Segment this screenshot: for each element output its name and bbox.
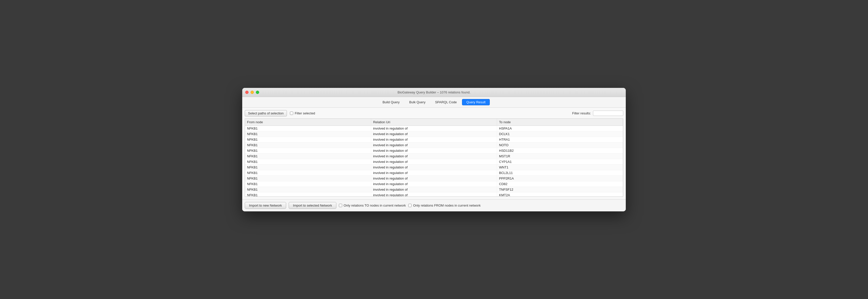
- close-button[interactable]: [245, 91, 249, 94]
- filter-results-area: Filter results:: [572, 111, 623, 116]
- traffic-lights: [245, 91, 259, 94]
- table-row[interactable]: NFKB1involved in regulation ofHTRA1: [245, 137, 623, 142]
- only-from-nodes-label: Only relations FROM nodes in current net…: [413, 204, 480, 207]
- tab-toolbar: Build Query Bulk Query SPARQL Code Query…: [242, 97, 626, 108]
- cell-relation: involved in regulation of: [371, 187, 497, 192]
- cell-from: NFKB1: [245, 165, 371, 170]
- table-body: NFKB1involved in regulation ofHSPA1ANFKB…: [245, 125, 623, 197]
- col-header-to: To node: [497, 119, 623, 126]
- cell-from: NFKB1: [245, 142, 371, 148]
- cell-to: BCL2L11: [497, 170, 623, 176]
- window-title: BioGateway Query Builder – 1076 relation…: [397, 90, 470, 94]
- select-paths-button[interactable]: Select paths of selection: [245, 110, 287, 116]
- filter-selected-label: Filter selected: [295, 111, 315, 115]
- filter-results-input[interactable]: [593, 111, 623, 116]
- import-new-network-button[interactable]: Import to new Network: [245, 202, 286, 209]
- minimize-button[interactable]: [251, 91, 254, 94]
- cell-to: PPP2R1A: [497, 176, 623, 181]
- cell-relation: involved in regulation of: [371, 159, 497, 165]
- cell-relation: involved in regulation of: [371, 131, 497, 137]
- cell-to: CD82: [497, 181, 623, 187]
- cell-from: NFKB1: [245, 192, 371, 197]
- cell-to: HTRA1: [497, 137, 623, 142]
- table-row[interactable]: NFKB1involved in regulation ofMST1R: [245, 153, 623, 159]
- only-to-nodes-checkbox[interactable]: [339, 204, 342, 207]
- cell-from: NFKB1: [245, 159, 371, 165]
- cell-from: NFKB1: [245, 187, 371, 192]
- filter-selected-area: Filter selected: [290, 111, 315, 115]
- table-row[interactable]: NFKB1involved in regulation ofPPP2R1A: [245, 176, 623, 181]
- only-from-nodes-option: Only relations FROM nodes in current net…: [408, 204, 480, 207]
- table-row[interactable]: NFKB1involved in regulation ofKMT2A: [245, 192, 623, 197]
- bottom-toolbar: Import to new Network Import to selected…: [242, 199, 626, 211]
- cell-relation: involved in regulation of: [371, 181, 497, 187]
- only-from-nodes-checkbox[interactable]: [408, 204, 411, 207]
- table-row[interactable]: NFKB1involved in regulation ofNOTO: [245, 142, 623, 148]
- tab-sparql-code[interactable]: SPARQL Code: [431, 99, 461, 105]
- cell-to: WNT1: [497, 165, 623, 170]
- results-table: From node Relation Uri To node NFKB1invo…: [245, 119, 623, 197]
- table-row[interactable]: NFKB1involved in regulation ofHSD11B2: [245, 148, 623, 153]
- cell-to: CYP1A1: [497, 159, 623, 165]
- table-row[interactable]: NFKB1involved in regulation ofTNFSF12: [245, 187, 623, 192]
- cell-from: NFKB1: [245, 181, 371, 187]
- cell-to: NOTO: [497, 142, 623, 148]
- table-row[interactable]: NFKB1involved in regulation ofBCL2L11: [245, 170, 623, 176]
- import-selected-network-button[interactable]: Import to selected Network: [289, 202, 336, 209]
- cell-to: DCLK1: [497, 131, 623, 137]
- cell-relation: involved in regulation of: [371, 153, 497, 159]
- cell-from: NFKB1: [245, 137, 371, 142]
- col-header-from: From node: [245, 119, 371, 126]
- col-header-relation: Relation Uri: [371, 119, 497, 126]
- main-window: BioGateway Query Builder – 1076 relation…: [242, 88, 626, 211]
- cell-relation: involved in regulation of: [371, 176, 497, 181]
- table-header-row: From node Relation Uri To node: [245, 119, 623, 126]
- tab-bulk-query[interactable]: Bulk Query: [405, 99, 430, 105]
- table-row[interactable]: NFKB1involved in regulation ofCYP1A1: [245, 159, 623, 165]
- cell-relation: involved in regulation of: [371, 125, 497, 131]
- cell-from: NFKB1: [245, 125, 371, 131]
- table-row[interactable]: NFKB1involved in regulation ofWNT1: [245, 165, 623, 170]
- cell-relation: involved in regulation of: [371, 142, 497, 148]
- maximize-button[interactable]: [256, 91, 259, 94]
- cell-relation: involved in regulation of: [371, 148, 497, 153]
- only-to-nodes-label: Only relations TO nodes in current netwo…: [344, 204, 406, 207]
- only-to-nodes-option: Only relations TO nodes in current netwo…: [339, 204, 406, 207]
- cell-to: TNFSF12: [497, 187, 623, 192]
- filter-selected-checkbox[interactable]: [290, 112, 293, 115]
- table-row[interactable]: NFKB1involved in regulation ofDCLK1: [245, 131, 623, 137]
- cell-from: NFKB1: [245, 170, 371, 176]
- title-bar: BioGateway Query Builder – 1076 relation…: [242, 88, 626, 97]
- cell-relation: involved in regulation of: [371, 165, 497, 170]
- results-table-container: From node Relation Uri To node NFKB1invo…: [245, 118, 623, 197]
- cell-from: NFKB1: [245, 131, 371, 137]
- cell-from: NFKB1: [245, 148, 371, 153]
- cell-from: NFKB1: [245, 176, 371, 181]
- cell-to: MST1R: [497, 153, 623, 159]
- top-toolbar-row: Select paths of selection Filter selecte…: [245, 110, 623, 116]
- table-row[interactable]: NFKB1involved in regulation ofCD82: [245, 181, 623, 187]
- cell-to: KMT2A: [497, 192, 623, 197]
- table-row[interactable]: NFKB1involved in regulation ofHSPA1A: [245, 125, 623, 131]
- filter-results-label: Filter results:: [572, 111, 591, 115]
- cell-to: HSD11B2: [497, 148, 623, 153]
- cell-to: HSPA1A: [497, 125, 623, 131]
- cell-relation: involved in regulation of: [371, 192, 497, 197]
- cell-from: NFKB1: [245, 153, 371, 159]
- cell-relation: involved in regulation of: [371, 170, 497, 176]
- content-area: Select paths of selection Filter selecte…: [242, 108, 626, 199]
- cell-relation: involved in regulation of: [371, 137, 497, 142]
- tab-query-result[interactable]: Query Result: [462, 99, 490, 105]
- tab-build-query[interactable]: Build Query: [378, 99, 404, 105]
